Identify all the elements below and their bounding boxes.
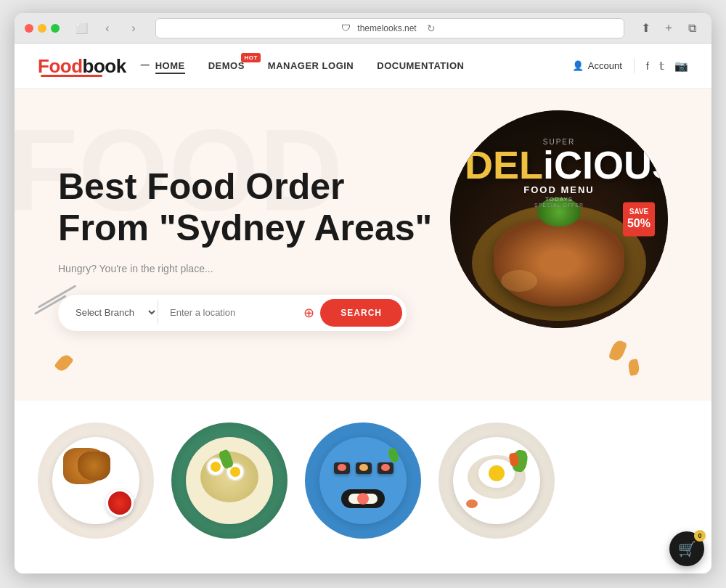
cart-icon: 🛒 xyxy=(678,540,696,558)
circle-title-del: DELiCIOUS xyxy=(465,147,653,183)
food-plate-3[interactable] xyxy=(305,422,421,539)
location-input[interactable] xyxy=(158,301,303,324)
url-text: themelooks.net xyxy=(357,23,416,33)
hero-food-circle: SUPER DELiCIOUS FOOD MENU TODAYS SPECIAL… xyxy=(450,110,668,328)
nav-demos[interactable]: DEMOS HOT xyxy=(208,60,245,71)
hero-title-line2-prefix: From xyxy=(58,208,159,248)
search-bar: Select Branch Branch A Branch B Branch C… xyxy=(58,295,407,331)
food-plate-1[interactable] xyxy=(38,422,154,539)
minimize-button[interactable] xyxy=(38,24,46,33)
privacy-icon: 🛡 xyxy=(338,21,353,36)
account-icon: 👤 xyxy=(572,60,584,71)
hero-circle-text: SUPER DELiCIOUS FOOD MENU TODAYS SPECIAL… xyxy=(450,123,668,222)
account-label: Account xyxy=(588,60,622,71)
nav-divider xyxy=(634,59,635,73)
nav-social: f 𝕥 📷 xyxy=(646,60,688,73)
deco-bean-2 xyxy=(627,359,640,376)
refresh-button[interactable]: ↻ xyxy=(421,18,441,38)
sidebar-toggle-button[interactable]: ⬜ xyxy=(71,18,91,38)
hero-title-city: "Sydney Areas" xyxy=(159,208,432,248)
hero-content: Best Food Order From "Sydney Areas" Hung… xyxy=(58,166,465,331)
demos-badge: HOT xyxy=(241,53,260,62)
hero-title: Best Food Order From "Sydney Areas" xyxy=(58,166,465,250)
new-tab-button[interactable]: ＋ xyxy=(659,19,678,38)
hero-image-area: SUPER DELiCIOUS FOOD MENU TODAYS SPECIAL… xyxy=(450,110,682,343)
close-button[interactable] xyxy=(25,24,33,33)
maximize-button[interactable] xyxy=(51,24,60,33)
facebook-link[interactable]: f xyxy=(646,60,649,72)
account-button[interactable]: 👤 Account xyxy=(572,60,622,71)
nav-home[interactable]: HOME xyxy=(155,60,185,71)
cart-badge: 0 xyxy=(694,530,706,542)
twitter-link[interactable]: 𝕥 xyxy=(659,60,664,73)
browser-window: ⬜ ‹ › 🛡 themelooks.net ↻ ⬆ ＋ ⧉ Foodbook … xyxy=(15,13,711,573)
nav-manager-login[interactable]: MANAGER LOGIN xyxy=(268,60,354,71)
branch-select[interactable]: Select Branch Branch A Branch B Branch C xyxy=(64,301,158,324)
circle-todays: TODAYS xyxy=(465,196,653,203)
search-button[interactable]: SEARCH xyxy=(320,299,402,327)
cart-icon-container[interactable]: 🛒 0 xyxy=(669,531,704,566)
nav-right: 👤 Account f 𝕥 📷 xyxy=(572,59,688,73)
tab-overview-button[interactable]: ⧉ xyxy=(682,19,701,38)
website-content: Foodbook HOME DEMOS HOT MANAGER LOGIN DO… xyxy=(15,44,711,573)
browser-titlebar: ⬜ ‹ › 🛡 themelooks.net ↻ ⬆ ＋ ⧉ xyxy=(15,13,711,44)
browser-actions: ⬆ ＋ ⧉ xyxy=(636,19,701,38)
main-nav: Foodbook HOME DEMOS HOT MANAGER LOGIN DO… xyxy=(15,44,711,89)
instagram-link[interactable]: 📷 xyxy=(674,60,688,73)
nav-documentation[interactable]: DOCUMENTATION xyxy=(377,60,464,71)
site-logo[interactable]: Foodbook xyxy=(38,55,126,77)
back-button[interactable]: ‹ xyxy=(97,18,118,38)
forward-button[interactable]: › xyxy=(123,18,144,38)
hero-section: FOOD Best Food Order From "Sydney Areas"… xyxy=(15,89,711,401)
location-crosshair-icon[interactable]: ⊕ xyxy=(303,305,314,321)
address-bar[interactable]: 🛡 themelooks.net ↻ xyxy=(155,18,624,38)
hero-title-line1: Best Food Order xyxy=(58,166,344,207)
share-button[interactable]: ⬆ xyxy=(636,19,655,38)
nav-links: HOME DEMOS HOT MANAGER LOGIN DOCUMENTATI… xyxy=(155,60,572,71)
logo-book: book xyxy=(83,55,126,77)
hero-subtitle: Hungry? You're in the right place... xyxy=(58,263,465,274)
food-plates-section xyxy=(15,401,711,553)
food-plate-2[interactable] xyxy=(171,422,287,539)
logo-food: Food xyxy=(38,55,83,77)
food-plate-4[interactable] xyxy=(439,422,555,539)
circle-offer: SPECIAL OFFER xyxy=(465,203,653,208)
window-controls xyxy=(25,24,60,33)
